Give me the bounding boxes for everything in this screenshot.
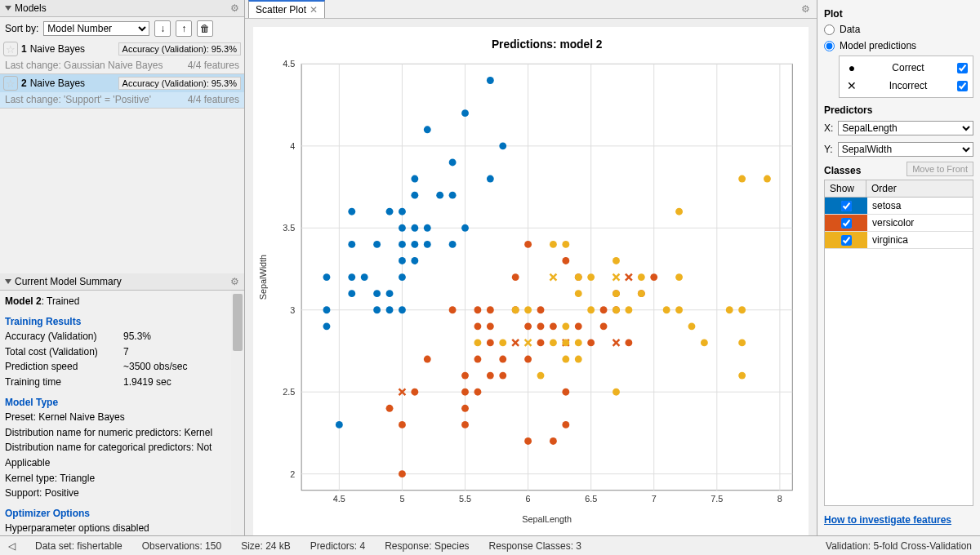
svg-point-37 — [348, 273, 355, 281]
svg-point-34 — [323, 273, 331, 281]
svg-text:SepalWidth: SepalWidth — [258, 255, 268, 300]
svg-point-61 — [436, 192, 443, 199]
svg-point-77 — [461, 405, 469, 412]
status-go-left[interactable]: ◁ — [8, 540, 16, 552]
svg-point-76 — [461, 421, 469, 428]
summary-scrollbar[interactable] — [231, 291, 244, 535]
svg-text:3.5: 3.5 — [283, 223, 295, 233]
svg-point-88 — [499, 372, 506, 380]
svg-point-56 — [411, 192, 418, 199]
svg-point-89 — [499, 356, 506, 363]
delete-button[interactable]: 🗑 — [197, 20, 213, 37]
svg-point-96 — [537, 339, 545, 346]
sort-down-button[interactable]: ↓ — [154, 20, 171, 37]
collapse-icon[interactable] — [5, 6, 11, 11]
svg-point-156 — [738, 339, 746, 346]
svg-point-137 — [575, 290, 582, 297]
svg-point-82 — [474, 322, 481, 330]
summary-header-label: Current Model Summary — [15, 276, 122, 287]
svg-point-135 — [575, 356, 582, 363]
svg-rect-0 — [301, 64, 792, 490]
sort-row: Sort by: Model Number ↓ ↑ 🗑 — [0, 17, 244, 40]
radio-model-predictions[interactable]: Model predictions — [824, 39, 973, 52]
svg-text:4: 4 — [290, 141, 295, 151]
svg-point-53 — [411, 257, 418, 264]
svg-point-81 — [474, 356, 481, 363]
svg-text:4.5: 4.5 — [283, 59, 295, 69]
investigate-features-link[interactable]: How to investigate features — [824, 509, 973, 531]
svg-point-126 — [512, 306, 519, 313]
prediction-legend: ●Correct ✕Incorrect — [839, 56, 973, 98]
svg-point-102 — [562, 388, 569, 396]
star-icon[interactable]: ☆ — [3, 76, 18, 91]
svg-point-50 — [399, 241, 406, 248]
svg-point-113 — [650, 273, 657, 281]
svg-point-83 — [474, 306, 481, 313]
svg-point-87 — [487, 306, 494, 313]
svg-point-45 — [386, 290, 394, 297]
svg-point-104 — [575, 322, 582, 330]
incorrect-checkbox[interactable] — [957, 81, 968, 91]
gear-icon[interactable]: ⚙ — [801, 3, 810, 15]
svg-point-69 — [499, 142, 506, 149]
star-icon[interactable]: ☆ — [3, 42, 18, 56]
close-icon[interactable]: ✕ — [310, 4, 318, 16]
svg-text:8: 8 — [777, 494, 782, 504]
svg-point-84 — [487, 372, 494, 380]
classes-table: Show Order setosa versicolor virginica — [824, 180, 973, 506]
correct-checkbox[interactable] — [957, 63, 968, 73]
svg-point-158 — [738, 175, 746, 183]
class-show-checkbox[interactable] — [825, 232, 867, 248]
svg-point-91 — [512, 273, 519, 281]
svg-point-51 — [399, 224, 406, 232]
svg-point-138 — [575, 273, 582, 281]
collapse-icon[interactable] — [5, 279, 11, 284]
move-to-front-button[interactable]: Move to Front — [906, 162, 973, 176]
svg-text:4.5: 4.5 — [333, 494, 345, 504]
svg-point-136 — [575, 339, 582, 346]
class-show-checkbox[interactable] — [825, 198, 867, 214]
svg-point-100 — [550, 322, 557, 330]
svg-point-142 — [612, 306, 620, 313]
svg-text:5.5: 5.5 — [459, 494, 471, 504]
radio-data[interactable]: Data — [824, 23, 973, 36]
svg-point-36 — [348, 290, 355, 297]
x-icon: ✕ — [844, 79, 859, 92]
class-row[interactable]: setosa — [825, 198, 973, 215]
y-predictor-select[interactable]: SepalWidth — [838, 142, 973, 157]
right-panel: Plot Data Model predictions ●Correct ✕In… — [817, 0, 980, 535]
svg-text:2: 2 — [290, 469, 295, 479]
svg-point-32 — [323, 322, 331, 330]
svg-point-44 — [386, 306, 394, 313]
svg-point-52 — [399, 208, 406, 215]
svg-point-98 — [537, 306, 545, 313]
tab-scatter-plot[interactable]: Scatter Plot ✕ — [248, 0, 325, 18]
svg-point-74 — [424, 356, 431, 363]
svg-point-94 — [524, 322, 532, 330]
status-bar: ◁ Data set: fishertable Observations: 15… — [0, 535, 980, 555]
svg-point-111 — [625, 339, 632, 346]
svg-point-147 — [638, 273, 645, 281]
svg-point-131 — [562, 356, 569, 363]
sort-up-button[interactable]: ↑ — [176, 20, 192, 37]
gear-icon[interactable]: ⚙ — [230, 276, 239, 287]
svg-point-99 — [550, 437, 557, 445]
svg-point-58 — [424, 241, 431, 248]
svg-point-42 — [373, 290, 381, 297]
svg-point-43 — [373, 241, 381, 248]
x-predictor-select[interactable]: SepalLength — [838, 121, 973, 135]
classes-section-label: Classes — [824, 165, 861, 176]
class-row[interactable]: versicolor — [825, 215, 973, 232]
model-item[interactable]: ☆ 1 Naive Bayes Accuracy (Validation): 9… — [0, 40, 244, 74]
class-row[interactable]: virginica — [825, 232, 973, 249]
svg-point-65 — [461, 224, 469, 232]
svg-point-67 — [487, 175, 494, 183]
svg-text:7.5: 7.5 — [710, 494, 723, 504]
svg-point-33 — [323, 306, 331, 313]
sort-select[interactable]: Model Number — [43, 21, 149, 36]
svg-point-139 — [587, 306, 595, 313]
class-show-checkbox[interactable] — [825, 215, 867, 231]
svg-point-48 — [399, 273, 406, 281]
gear-icon[interactable]: ⚙ — [230, 2, 239, 14]
model-item[interactable]: ☆ 2 Naive Bayes Accuracy (Validation): 9… — [0, 74, 244, 109]
